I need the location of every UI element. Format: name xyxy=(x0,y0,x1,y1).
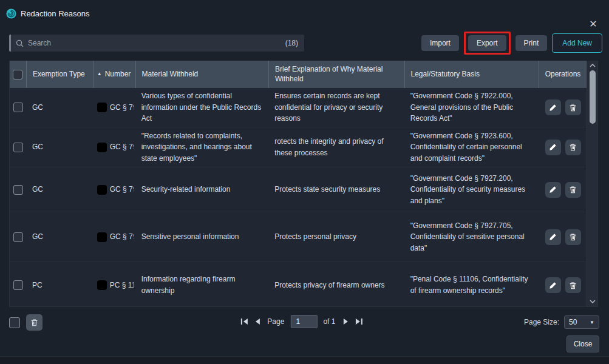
header-brief-explanation[interactable]: Brief Explanation of Why Material Withhe… xyxy=(269,61,404,88)
cell-number: GC § 7922.000 xyxy=(94,88,136,127)
footer-bar: Page of 1 Page Size: 50 ▼ xyxy=(9,312,601,332)
page-size-select[interactable]: 50 ▼ xyxy=(564,315,599,329)
delete-button[interactable] xyxy=(565,140,581,155)
pencil-icon xyxy=(549,233,557,241)
redaction-reasons-table: Exemption Type ▲ Number Material Withhel… xyxy=(9,61,598,307)
cell-operations xyxy=(539,167,587,212)
cell-legal-basis: "Government Code § 7927.705, Confidentia… xyxy=(405,212,539,261)
delete-button[interactable] xyxy=(565,99,581,115)
cell-brief-explanation: Protects privacy of firearm owners xyxy=(269,262,404,307)
header-number-label: Number xyxy=(105,70,131,79)
result-count: (18) xyxy=(285,39,298,47)
cell-material-withheld: "Records related to complaints, investig… xyxy=(136,127,269,167)
edit-button[interactable] xyxy=(545,140,561,155)
table-row: GC GC § 7927.200 Security-related inform… xyxy=(10,167,587,212)
bulk-select-checkbox[interactable] xyxy=(9,317,20,328)
add-new-button[interactable]: Add New xyxy=(552,33,602,53)
cell-number: PC § 11106 xyxy=(94,262,136,307)
cell-brief-explanation: Protects state security measures xyxy=(269,167,404,212)
scroll-down-button[interactable] xyxy=(587,297,598,306)
cell-exemption-type: GC xyxy=(27,88,94,127)
trash-icon xyxy=(569,143,577,151)
import-button[interactable]: Import xyxy=(421,35,459,51)
delete-button[interactable] xyxy=(565,277,581,293)
pencil-icon xyxy=(549,104,557,112)
redaction-color-swatch xyxy=(97,185,107,195)
title-bar: Redaction Reasons ✕ xyxy=(0,0,609,27)
cell-exemption-type: GC xyxy=(27,127,94,167)
chevron-up-icon xyxy=(590,64,596,67)
first-page-button[interactable] xyxy=(239,318,249,325)
redaction-reasons-dialog: Redaction Reasons ✕ (18) Import Export P… xyxy=(0,0,609,364)
redaction-color-swatch xyxy=(97,143,107,152)
search-input[interactable] xyxy=(28,39,285,47)
edit-button[interactable] xyxy=(545,182,561,198)
cell-legal-basis: "Government Code § 7923.600, Confidentia… xyxy=(405,127,539,167)
table-body: GC GC § 7922.000 Various types of confid… xyxy=(10,88,587,307)
print-button[interactable]: Print xyxy=(515,35,548,51)
table-row: GC GC § 7927.705 Sensitive personal info… xyxy=(10,212,587,262)
sort-ascending-icon: ▲ xyxy=(97,71,102,77)
select-all-checkbox[interactable] xyxy=(13,70,22,79)
cell-operations xyxy=(539,262,587,307)
scroll-up-button[interactable] xyxy=(587,61,598,70)
trash-icon xyxy=(569,281,577,289)
table-header-row: Exemption Type ▲ Number Material Withhel… xyxy=(10,61,587,88)
edit-button[interactable] xyxy=(545,277,561,293)
previous-page-button[interactable] xyxy=(253,318,261,325)
edit-button[interactable] xyxy=(545,229,561,245)
search-bar[interactable]: (18) xyxy=(9,35,304,52)
header-number[interactable]: ▲ Number xyxy=(94,61,136,88)
table-row: GC GC § 7923.600 "Records related to com… xyxy=(10,127,587,167)
cell-brief-explanation: Ensures certain records are kept confide… xyxy=(269,88,404,127)
scrollbar-thumb[interactable] xyxy=(590,70,596,124)
next-page-icon xyxy=(342,318,349,325)
page-size-control: Page Size: 50 ▼ xyxy=(524,315,599,329)
table-row: PC PC § 11106 Information regarding fire… xyxy=(10,262,587,307)
previous-page-icon xyxy=(254,318,260,325)
dialog-bottom-edge xyxy=(0,356,609,364)
page-number-input[interactable] xyxy=(290,315,317,328)
cell-number: GC § 7927.200 xyxy=(94,167,136,212)
vertical-scrollbar[interactable] xyxy=(587,61,597,306)
close-icon[interactable]: ✕ xyxy=(587,18,599,30)
pencil-icon xyxy=(549,281,557,289)
delete-button[interactable] xyxy=(565,182,581,198)
edit-button[interactable] xyxy=(545,99,561,115)
last-page-button[interactable] xyxy=(353,318,363,325)
cell-operations xyxy=(539,88,587,127)
header-material-withheld[interactable]: Material Withheld xyxy=(136,61,269,88)
cell-brief-explanation: Protects personal privacy xyxy=(269,212,404,261)
cell-exemption-type: GC xyxy=(27,212,94,261)
cell-operations xyxy=(539,212,587,261)
row-checkbox[interactable] xyxy=(13,103,23,112)
cell-legal-basis: "Government Code § 7922.000, General pro… xyxy=(405,88,539,127)
last-page-icon xyxy=(354,318,362,325)
pencil-icon xyxy=(549,186,557,194)
delete-button[interactable] xyxy=(565,229,581,245)
cell-number: GC § 7923.600 xyxy=(94,127,136,167)
page-size-value: 50 xyxy=(569,318,577,326)
row-checkbox[interactable] xyxy=(13,185,23,195)
cell-material-withheld: Various types of confidential informatio… xyxy=(136,88,269,127)
cell-material-withheld: Information regarding firearm ownership xyxy=(136,262,269,307)
cell-legal-basis: "Government Code § 7927.200, Confidentia… xyxy=(405,167,539,212)
header-legal-basis[interactable]: Legal/Statutory Basis xyxy=(405,61,539,88)
trash-icon xyxy=(569,186,577,194)
cell-operations xyxy=(539,127,587,167)
search-icon xyxy=(16,39,24,47)
bulk-delete-button[interactable] xyxy=(26,314,43,331)
next-page-button[interactable] xyxy=(341,318,349,325)
row-checkbox[interactable] xyxy=(13,280,23,290)
export-highlight-annotation: Export xyxy=(464,32,511,55)
export-button[interactable]: Export xyxy=(468,35,506,51)
row-checkbox[interactable] xyxy=(13,232,23,242)
trash-icon xyxy=(569,233,577,241)
close-button[interactable]: Close xyxy=(566,335,599,352)
trash-icon xyxy=(569,104,577,112)
pencil-icon xyxy=(549,143,557,151)
row-checkbox[interactable] xyxy=(13,143,23,152)
first-page-icon xyxy=(240,318,248,325)
header-exemption-type[interactable]: Exemption Type xyxy=(27,61,94,88)
cell-exemption-type: PC xyxy=(27,262,94,307)
